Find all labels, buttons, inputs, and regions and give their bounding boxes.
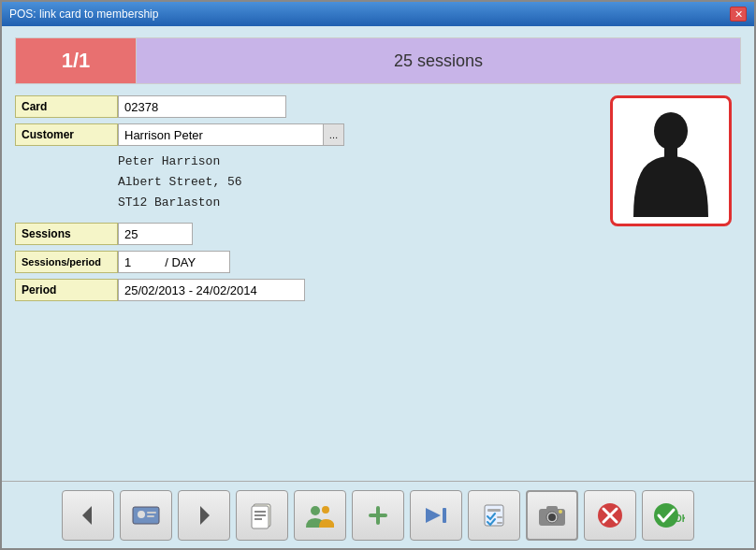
top-bar: 1/1 25 sessions bbox=[15, 37, 741, 84]
ok-button[interactable]: OK bbox=[642, 490, 694, 541]
svg-rect-23 bbox=[487, 509, 501, 512]
sessions-period-row: Sessions/period 1 / DAY bbox=[15, 251, 599, 273]
svg-rect-15 bbox=[254, 518, 262, 520]
card-row: Card 02378 bbox=[15, 95, 599, 118]
ratio-box: 1/1 bbox=[15, 37, 137, 84]
customer-input-area: … bbox=[118, 123, 344, 146]
svg-point-4 bbox=[138, 511, 145, 518]
svg-marker-20 bbox=[426, 508, 441, 523]
svg-rect-6 bbox=[147, 515, 154, 517]
people-button[interactable] bbox=[294, 490, 346, 541]
sessions-value: 25 bbox=[118, 223, 193, 245]
svg-point-0 bbox=[654, 112, 688, 150]
sessions-label-box: 25 sessions bbox=[137, 37, 741, 84]
svg-rect-24 bbox=[497, 516, 502, 518]
svg-rect-12 bbox=[252, 506, 269, 528]
svg-rect-13 bbox=[254, 511, 266, 513]
sessions-label: Sessions bbox=[15, 223, 118, 245]
svg-point-16 bbox=[311, 506, 320, 515]
main-window: POS: link card to membership ✕ 1/1 25 se… bbox=[0, 0, 756, 550]
customer-label: Customer bbox=[15, 123, 118, 146]
svg-rect-19 bbox=[369, 514, 387, 517]
person-silhouette bbox=[624, 105, 718, 217]
svg-rect-25 bbox=[497, 522, 502, 524]
title-bar: POS: link card to membership ✕ bbox=[2, 2, 754, 26]
svg-rect-5 bbox=[147, 512, 156, 514]
back-button[interactable] bbox=[62, 490, 114, 541]
camera-button[interactable] bbox=[526, 490, 578, 541]
sessions-period-label: Sessions/period bbox=[15, 251, 118, 273]
customer-input[interactable] bbox=[118, 123, 324, 146]
card-label: Card bbox=[15, 95, 118, 118]
toolbar: OK bbox=[2, 481, 754, 548]
add-button[interactable] bbox=[352, 490, 404, 541]
sessions-period-value: 1 / DAY bbox=[118, 251, 230, 273]
customer-row: Customer … bbox=[15, 123, 599, 146]
list-button[interactable] bbox=[236, 490, 288, 541]
checklist-button[interactable] bbox=[468, 490, 520, 541]
svg-rect-3 bbox=[133, 507, 159, 524]
content-area: 1/1 25 sessions Card 02378 Customer bbox=[2, 26, 754, 481]
form-fields: Card 02378 Customer … Peter Harrison bbox=[15, 95, 599, 307]
card-value: 02378 bbox=[118, 95, 286, 118]
photo-box bbox=[610, 95, 732, 226]
next-arrow-button[interactable] bbox=[410, 490, 462, 541]
svg-rect-29 bbox=[546, 506, 558, 511]
address-line1: Peter Harrison bbox=[118, 152, 599, 172]
photo-area bbox=[610, 95, 741, 307]
svg-text:OK: OK bbox=[675, 514, 685, 524]
svg-rect-21 bbox=[443, 508, 446, 523]
forward-button[interactable] bbox=[178, 490, 230, 541]
window-title: POS: link card to membership bbox=[9, 7, 158, 21]
close-button[interactable]: ✕ bbox=[730, 7, 747, 22]
browse-button[interactable]: … bbox=[324, 123, 344, 146]
svg-marker-7 bbox=[200, 506, 210, 525]
address-line3: ST12 Barlaston bbox=[118, 193, 599, 213]
period-label: Period bbox=[15, 279, 118, 301]
svg-point-30 bbox=[559, 510, 562, 514]
period-row: Period 25/02/2013 - 24/02/2014 bbox=[15, 279, 599, 301]
address-line2: Albert Street, 56 bbox=[118, 172, 599, 193]
period-value: 25/02/2013 - 24/02/2014 bbox=[118, 279, 305, 301]
svg-rect-1 bbox=[664, 147, 677, 162]
svg-rect-14 bbox=[254, 514, 266, 516]
form-area: Card 02378 Customer … Peter Harrison bbox=[15, 95, 741, 307]
sessions-row: Sessions 25 bbox=[15, 223, 599, 245]
id-card-button[interactable] bbox=[120, 490, 172, 541]
address-block: Peter Harrison Albert Street, 56 ST12 Ba… bbox=[118, 152, 599, 213]
cancel-button[interactable] bbox=[584, 490, 636, 541]
svg-point-28 bbox=[548, 514, 556, 521]
svg-marker-2 bbox=[82, 506, 92, 525]
svg-point-17 bbox=[322, 506, 329, 514]
